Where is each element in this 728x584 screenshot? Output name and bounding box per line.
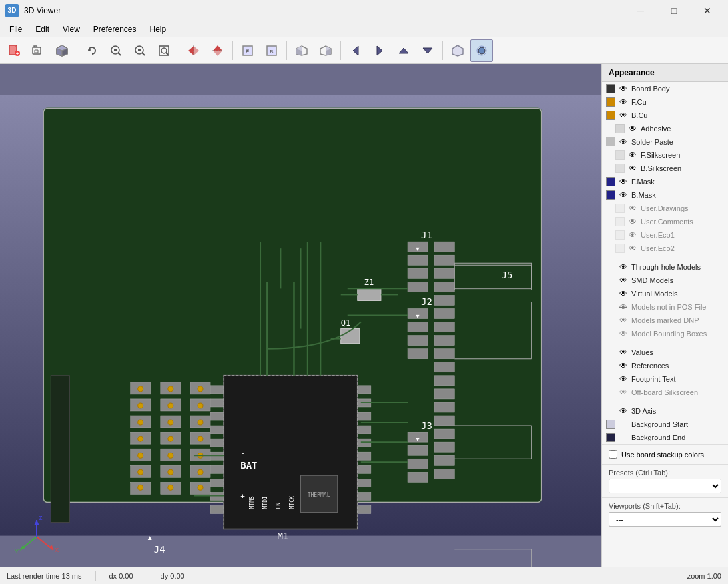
viewport[interactable]: J4 ▲ bbox=[0, 64, 601, 567]
user-eco1-eye[interactable]: 👁 bbox=[627, 230, 638, 240]
bg-start-color[interactable] bbox=[606, 420, 615, 429]
open-button[interactable] bbox=[27, 39, 49, 62]
layer-user-eco1[interactable]: 👁 User.Eco1 bbox=[602, 228, 728, 242]
viewports-label: Viewports (Shift+Tab): bbox=[609, 502, 721, 510]
svg-rect-110 bbox=[434, 295, 454, 305]
through-hole-eye[interactable]: 👁 bbox=[618, 262, 629, 272]
board-body-eye[interactable]: 👁 bbox=[618, 83, 629, 94]
zoom-out-button[interactable] bbox=[129, 39, 151, 62]
new-button[interactable]: + bbox=[3, 39, 25, 62]
layer-through-hole-models[interactable]: 👁 Through-hole Models bbox=[602, 260, 728, 274]
layer-smd-models[interactable]: 👁 SMD Models bbox=[602, 274, 728, 287]
view-front-button[interactable] bbox=[236, 39, 259, 62]
view-left-button[interactable] bbox=[290, 39, 313, 62]
user-eco2-eye[interactable]: 👁 bbox=[627, 243, 638, 254]
viewports-select[interactable]: --- bbox=[609, 512, 721, 527]
user-eco1-color bbox=[615, 230, 625, 240]
layer-values[interactable]: 👁 Values bbox=[602, 346, 728, 359]
layer-bg-end[interactable]: Background End bbox=[602, 431, 728, 444]
zoom-in-button[interactable] bbox=[105, 39, 127, 62]
menu-edit[interactable]: Edit bbox=[29, 23, 56, 35]
bcu-eye[interactable]: 👁 bbox=[618, 110, 629, 121]
svg-rect-100 bbox=[408, 445, 428, 455]
virtual-eye[interactable]: 👁 bbox=[618, 288, 629, 299]
nav-up-button[interactable] bbox=[392, 39, 415, 62]
layer-bmask[interactable]: 👁 B.Mask bbox=[602, 188, 728, 202]
view-back-button[interactable]: B bbox=[260, 39, 283, 62]
fsilkscreen-color bbox=[615, 150, 625, 160]
layer-fsilkscreen[interactable]: 👁 F.Silkscreen bbox=[602, 148, 728, 162]
layer-offboard-silk[interactable]: 👁 Off-board Silkscreen bbox=[602, 386, 728, 399]
references-eye[interactable]: 👁 bbox=[618, 360, 629, 371]
layer-fmask[interactable]: 👁 F.Mask bbox=[602, 175, 728, 188]
bsilkscreen-eye[interactable]: 👁 bbox=[627, 163, 638, 174]
3d-mode-button[interactable] bbox=[446, 39, 469, 62]
model-bb-eye[interactable]: 👁 bbox=[618, 328, 629, 339]
layer-virtual-models[interactable]: 👁 Virtual Models bbox=[602, 287, 728, 300]
through-hole-label: Through-hole Models bbox=[631, 263, 724, 271]
menu-help[interactable]: Help bbox=[143, 23, 173, 35]
menu-preferences[interactable]: Preferences bbox=[87, 23, 143, 35]
stackup-colors-label[interactable]: Use board stackup colors bbox=[609, 450, 721, 459]
layer-references[interactable]: 👁 References bbox=[602, 359, 728, 372]
fcu-eye[interactable]: 👁 bbox=[618, 97, 629, 107]
layer-models-dnp[interactable]: 👁 Models marked DNP bbox=[602, 314, 728, 327]
svg-rect-123 bbox=[434, 469, 454, 479]
layer-bsilkscreen[interactable]: 👁 B.Silkscreen bbox=[602, 162, 728, 175]
flip-y-button[interactable] bbox=[206, 39, 229, 62]
restore-button[interactable]: □ bbox=[659, 0, 689, 21]
layer-bcu[interactable]: 👁 B.Cu bbox=[602, 109, 728, 122]
menu-view[interactable]: View bbox=[56, 23, 87, 35]
close-button[interactable]: ✕ bbox=[692, 0, 723, 21]
user-drawings-eye[interactable]: 👁 bbox=[627, 203, 638, 214]
layer-footprint-text[interactable]: 👁 Footprint Text bbox=[602, 372, 728, 386]
nav-right-button[interactable] bbox=[368, 39, 391, 62]
stackup-colors-checkbox[interactable] bbox=[609, 450, 617, 459]
raytracing-button[interactable] bbox=[470, 39, 493, 62]
svg-text:J3: J3 bbox=[421, 420, 432, 431]
bmask-label: B.Mask bbox=[631, 191, 724, 199]
3d-axis-eye[interactable]: 👁 bbox=[618, 406, 629, 416]
layer-user-comments[interactable]: 👁 User.Comments bbox=[602, 215, 728, 228]
layer-fcu[interactable]: 👁 F.Cu bbox=[602, 95, 728, 109]
presets-select[interactable]: --- bbox=[609, 479, 721, 493]
layer-bg-start[interactable]: Background Start bbox=[602, 418, 728, 431]
layer-solder-paste[interactable]: 👁 Solder Paste bbox=[602, 135, 728, 148]
zoom-fit-button[interactable] bbox=[153, 39, 175, 62]
fmask-eye[interactable]: 👁 bbox=[618, 176, 629, 187]
svg-point-70 bbox=[168, 469, 173, 475]
bg-end-color[interactable] bbox=[606, 433, 615, 442]
layer-3d-axis[interactable]: 👁 3D Axis bbox=[602, 404, 728, 418]
values-eye[interactable]: 👁 bbox=[618, 347, 629, 358]
svg-rect-159 bbox=[358, 452, 371, 460]
menu-file[interactable]: File bbox=[3, 23, 29, 35]
user-eco2-label: User.Eco2 bbox=[641, 244, 724, 252]
rotate-ccw-button[interactable] bbox=[81, 39, 103, 62]
app-icon: 3D bbox=[5, 4, 19, 17]
models-not-pos-eye[interactable]: 👁 bbox=[618, 302, 629, 312]
svg-text:BAT: BAT bbox=[240, 460, 257, 471]
layer-user-eco2[interactable]: 👁 User.Eco2 bbox=[602, 242, 728, 255]
user-comments-eye[interactable]: 👁 bbox=[627, 216, 638, 227]
layer-board-body[interactable]: 👁 Board Body bbox=[602, 82, 728, 95]
solder-paste-eye[interactable]: 👁 bbox=[618, 137, 629, 147]
flip-x-button[interactable] bbox=[182, 39, 205, 62]
layer-model-bounding-boxes[interactable]: 👁 Model Bounding Boxes bbox=[602, 327, 728, 340]
footprint-text-eye[interactable]: 👁 bbox=[618, 374, 629, 384]
models-dnp-eye[interactable]: 👁 bbox=[618, 315, 629, 326]
nav-left-button[interactable] bbox=[344, 39, 367, 62]
layer-adhesive[interactable]: 👁 Adhesive bbox=[602, 122, 728, 135]
3d-view-button[interactable] bbox=[51, 39, 73, 62]
nav-down-button[interactable] bbox=[416, 39, 439, 62]
minimize-button[interactable]: ─ bbox=[625, 0, 656, 21]
smd-eye[interactable]: 👁 bbox=[618, 275, 629, 286]
layer-user-drawings[interactable]: 👁 User.Drawings bbox=[602, 202, 728, 215]
adhesive-eye[interactable]: 👁 bbox=[627, 123, 638, 134]
sidebar: Appearance 👁 Board Body 👁 F.Cu 👁 B.Cu 👁 … bbox=[601, 64, 728, 567]
offboard-silk-eye[interactable]: 👁 bbox=[618, 387, 629, 398]
view-right-button[interactable] bbox=[314, 39, 337, 62]
bmask-eye[interactable]: 👁 bbox=[618, 190, 629, 200]
svg-rect-153 bbox=[210, 505, 224, 513]
fsilkscreen-eye[interactable]: 👁 bbox=[627, 150, 638, 160]
layer-models-not-pos[interactable]: 👁 Models not in POS File bbox=[602, 300, 728, 314]
